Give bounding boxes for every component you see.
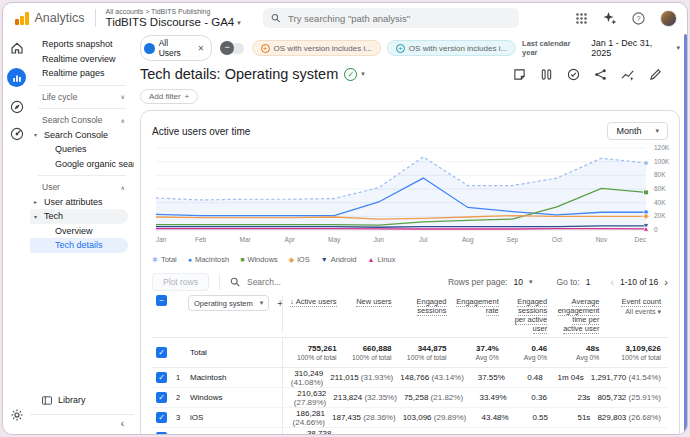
home-icon[interactable]: [10, 41, 24, 55]
global-search[interactable]: [263, 8, 519, 28]
comparison-chip-2-label: OS with version includes i...: [409, 44, 507, 53]
sidebar-item-reports-snapshot[interactable]: Reports snapshot: [30, 37, 134, 52]
dimension-select[interactable]: Operating system▾: [188, 295, 269, 311]
metrics-table: −Operating system▾+↓ Active usersNew use…: [152, 295, 668, 435]
analytics-logo-icon[interactable]: [15, 12, 29, 25]
legend-item-android[interactable]: ▼Android: [321, 255, 357, 264]
dimension-value-android: Android: [188, 433, 282, 435]
row-checkbox[interactable]: ✓: [156, 412, 167, 423]
share-icon[interactable]: [594, 68, 607, 81]
row-checkbox[interactable]: ✓: [156, 372, 167, 383]
advertising-icon[interactable]: [10, 127, 24, 141]
granularity-select[interactable]: Month▾: [607, 122, 668, 140]
chevron-down-icon[interactable]: ▾: [529, 278, 533, 286]
nav-section-life-cycle[interactable]: Life cycle∨: [30, 90, 134, 105]
legend-marker-icon: ●: [188, 256, 192, 263]
prev-page-icon[interactable]: ‹: [610, 276, 614, 288]
note-icon[interactable]: [513, 68, 526, 81]
next-page-icon[interactable]: ›: [664, 276, 668, 288]
legend-item-ios[interactable]: ◆iOS: [289, 255, 310, 264]
column-header-active-users[interactable]: ↓ Active users: [282, 295, 344, 333]
svg-text:Jul: Jul: [419, 236, 428, 243]
legend-marker-icon: ◆: [289, 256, 294, 263]
plus-icon: +: [185, 92, 190, 101]
sidebar-item-google-organic-search-traf[interactable]: Google organic search traf...: [30, 157, 134, 172]
rows-per-page-value[interactable]: 10: [514, 277, 523, 287]
column-header-new-users[interactable]: New users: [344, 295, 399, 306]
sidebar-item-queries[interactable]: Queries: [30, 142, 134, 157]
row-checkbox[interactable]: ✓: [156, 347, 167, 358]
row-checkbox[interactable]: ✓: [156, 432, 167, 435]
comparison-chip-2[interactable]: +OS with version includes i...: [387, 40, 516, 56]
total-cell: 48sAvg 0%: [554, 344, 606, 361]
granularity-value: Month: [616, 126, 641, 136]
nav-section-user[interactable]: User∧: [30, 180, 134, 195]
data-quality-icon[interactable]: ✓: [344, 68, 357, 81]
sampling-status-icon[interactable]: [567, 68, 580, 81]
date-preset-label: Last calendar year: [522, 39, 586, 57]
goto-value[interactable]: 1: [586, 277, 591, 287]
column-header-engaged-sessions[interactable]: Engaged sessions: [399, 295, 454, 315]
svg-text:Oct: Oct: [552, 236, 562, 243]
legend-marker-icon: ▲: [368, 256, 375, 263]
column-header-average-engagement-time-per-active-user[interactable]: Average engagement time per active user: [554, 295, 606, 333]
help-icon[interactable]: ?: [632, 12, 645, 25]
comparison-toggle[interactable]: −: [220, 43, 243, 54]
vertical-scrollbar[interactable]: [684, 34, 687, 432]
sidebar-item-search-console[interactable]: ▾Search Console: [30, 128, 134, 143]
sidebar-item-realtime-pages[interactable]: Realtime pages: [30, 66, 134, 81]
legend-item-linux[interactable]: ▲Linux: [368, 255, 396, 264]
total-cell: 3,109,626100% of total: [606, 344, 668, 361]
svg-text:80K: 80K: [654, 171, 666, 178]
legend-item-macintosh[interactable]: ●Macintosh: [188, 255, 229, 264]
account-switcher[interactable]: All accounts > TidBITS Publishing TidBIT…: [106, 8, 241, 29]
column-header-engaged-sessions-per-active-user[interactable]: Engaged sessions per active user: [506, 295, 554, 333]
user-avatar[interactable]: [660, 10, 677, 27]
row-checkbox[interactable]: ✓: [156, 392, 167, 403]
comparison-chip-1[interactable]: +OS with version includes i...: [252, 40, 381, 56]
ai-sparkle-icon[interactable]: [603, 11, 617, 25]
column-header-event-count[interactable]: Event countAll events ▾: [606, 295, 668, 316]
edit-icon[interactable]: [649, 68, 662, 81]
chevron-down-icon[interactable]: ▾: [361, 70, 365, 78]
chart-title: Active users over time: [152, 126, 250, 137]
metric-cell: 42.56%: [462, 433, 510, 435]
plot-rows-button[interactable]: Plot rows: [152, 273, 209, 291]
add-filter-button[interactable]: Add filter+: [140, 89, 198, 104]
collapse-nav-icon[interactable]: ‹: [121, 418, 124, 429]
sidebar-item-overview[interactable]: Overview: [30, 224, 134, 239]
sidebar-item-tech-details[interactable]: Tech details: [30, 238, 128, 253]
legend-marker-icon: ■: [240, 256, 244, 263]
metric-cell: 310,249 (41.08%): [282, 368, 330, 387]
sidebar-item-library[interactable]: Library: [30, 392, 134, 408]
metric-cell: 213,824 (32.35%): [333, 393, 404, 402]
admin-gear-icon[interactable]: [10, 408, 24, 422]
library-icon: [42, 396, 52, 405]
table-search[interactable]: [230, 276, 448, 288]
legend-item-windows[interactable]: ■Windows: [240, 255, 278, 264]
nav-section-search-console[interactable]: Search Console∧: [30, 113, 134, 128]
legend-item-total[interactable]: ✱Total: [152, 255, 177, 264]
sidebar-item-realtime-overview[interactable]: Realtime overview: [30, 52, 134, 67]
svg-text:Jun: Jun: [373, 236, 384, 243]
search-input[interactable]: [286, 12, 511, 25]
svg-text:0: 0: [654, 226, 658, 233]
comparison-icon[interactable]: [540, 68, 553, 81]
svg-text:?: ?: [636, 14, 640, 23]
date-range-value: Jan 1 - Dec 31, 2025: [591, 38, 672, 58]
sidebar-item-tech[interactable]: ▾Tech: [30, 209, 128, 224]
row-checkbox[interactable]: −: [156, 295, 167, 306]
metric-cell: 37.55%: [471, 373, 512, 382]
sidebar-item-user-attributes[interactable]: ▸User attributes: [30, 195, 134, 210]
insights-icon[interactable]: [621, 68, 635, 81]
metric-cell: 187,435 (28.36%): [332, 413, 403, 422]
column-header-engagement-rate[interactable]: Engagement rate: [454, 295, 506, 315]
table-search-input[interactable]: [245, 276, 335, 288]
all-users-chip[interactable]: 👤 All Users ✕: [140, 35, 212, 61]
date-range-picker[interactable]: Last calendar year Jan 1 - Dec 31, 2025▾: [522, 38, 680, 58]
explore-icon[interactable]: [10, 100, 24, 114]
apps-grid-icon[interactable]: [575, 12, 588, 25]
nav-divider: [38, 175, 126, 176]
reports-icon[interactable]: [7, 68, 26, 87]
remove-chip-icon[interactable]: ✕: [197, 44, 204, 53]
